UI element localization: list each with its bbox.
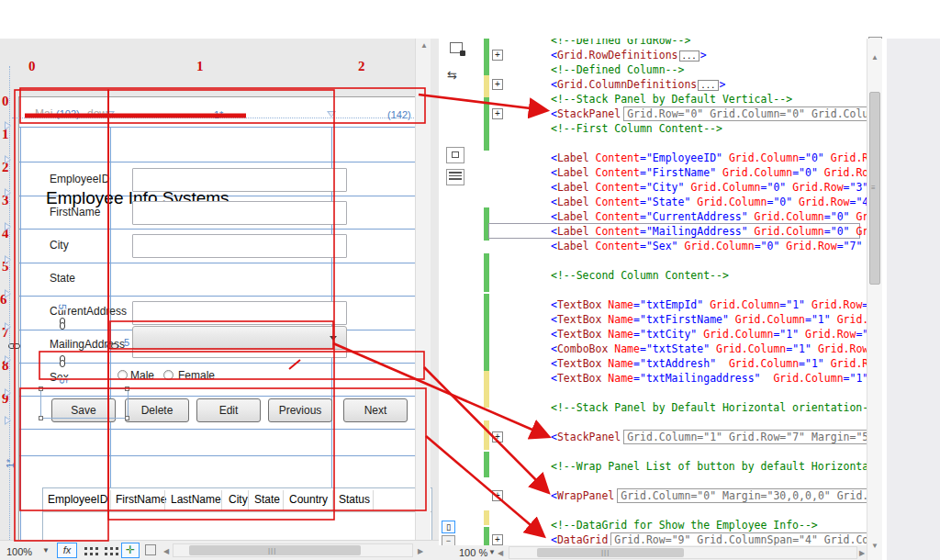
scrollbar-thumb[interactable] <box>537 548 684 557</box>
selection-handle[interactable] <box>125 386 129 391</box>
scroll-up-icon[interactable]: ▲ <box>871 53 878 62</box>
code-line[interactable]: <TextBox Name="txtFirstName" Grid.Column… <box>481 312 867 327</box>
design-view-tab[interactable] <box>446 147 464 163</box>
row-splitter-handle[interactable] <box>5 322 11 331</box>
column-splitter-handle[interactable] <box>327 111 336 118</box>
next-button[interactable]: Next <box>343 398 408 422</box>
code-text[interactable]: <!--Defined GridRow--><Grid.RowDefinitio… <box>481 39 867 547</box>
code-token[interactable]: ... <box>679 50 699 62</box>
code-line[interactable]: <!--DataGrid for Show the Employee Info-… <box>481 518 867 532</box>
xaml-editor[interactable]: ++++++ <!--Defined GridRow--><Grid.RowDe… <box>481 39 867 560</box>
chevron-down-icon[interactable]: ▼ <box>488 548 496 556</box>
code-line[interactable]: <WrapPanelGrid.Column="0" Margin="30,0,0… <box>481 488 867 503</box>
column-splitter-handle[interactable] <box>106 111 115 118</box>
scroll-left-icon[interactable]: ◀ <box>498 549 503 557</box>
design-artboard[interactable]: Mai (102) dow 1* (142) Employee Info Sys… <box>18 96 428 557</box>
radio-female[interactable] <box>163 370 173 380</box>
editor-zoom-value[interactable]: 100 % <box>459 547 487 558</box>
form-textbox[interactable] <box>132 168 347 192</box>
code-line[interactable]: <!--Second Column Content--> <box>481 268 867 283</box>
code-line[interactable] <box>481 415 867 430</box>
row-splitter-handle[interactable] <box>5 222 11 231</box>
form-textbox[interactable] <box>132 234 347 258</box>
datagrid-column-status[interactable]: Status <box>339 493 370 506</box>
collapsed-region[interactable]: Grid.Row="0" Grid.Column="0" Grid.Colu <box>623 106 867 121</box>
code-line[interactable]: <Label Content="City" Grid.Column="0" Gr… <box>481 180 867 195</box>
code-line[interactable]: <Grid.ColumnDefinitions...> <box>481 77 867 92</box>
state-combobox[interactable] <box>132 326 347 350</box>
editor-vertical-scrollbar[interactable]: ▲ ≡ ▼ <box>867 39 882 560</box>
datagrid-column-firstname[interactable]: FirstName <box>116 493 166 506</box>
snap-to-grid-icon[interactable] <box>105 547 107 550</box>
code-line[interactable]: <StackPanelGrid.Row="0" Grid.Column="0" … <box>481 106 867 121</box>
row-splitter-handle[interactable] <box>5 416 11 425</box>
code-line[interactable]: <Grid.RowDefinitions...> <box>481 48 867 62</box>
form-textbox[interactable] <box>132 201 347 225</box>
selection-handle[interactable] <box>39 416 43 420</box>
radio-male[interactable] <box>118 370 128 380</box>
xaml-view-tab[interactable] <box>446 169 464 185</box>
datagrid-column-city[interactable]: City <box>229 493 248 506</box>
scroll-right-icon[interactable]: ▶ <box>859 549 865 557</box>
code-line[interactable]: <Label Content="EmployeeID" Grid.Column=… <box>481 151 867 165</box>
code-line[interactable]: <StackPanelGrid.Column="1" Grid.Row="7" … <box>481 430 867 444</box>
code-line[interactable]: <TextBox Name="txtEmpId" Grid.Column="1"… <box>481 297 867 312</box>
row-splitter-handle[interactable] <box>5 155 11 164</box>
code-line[interactable] <box>481 253 867 268</box>
datagrid-column-employeeid[interactable]: EmployeeID <box>48 493 107 506</box>
code-line[interactable]: <TextBox Name="txtMailingaddress" Grid.C… <box>481 371 867 386</box>
code-line[interactable]: <Label Content="MailingAddress" Grid.Col… <box>481 224 867 239</box>
row-splitter-handle[interactable] <box>5 188 11 197</box>
code-line[interactable]: <Label Content="Sex" Grid.Column="0" Gri… <box>481 239 867 253</box>
code-line[interactable]: <!--Stack Panel by Default Horizontal or… <box>481 400 867 415</box>
scroll-up-icon[interactable]: ▲ <box>420 41 428 50</box>
code-line[interactable]: <!--First Column Content--> <box>481 121 867 136</box>
snaplines-toggle-button[interactable]: ✛ <box>121 543 140 558</box>
code-line[interactable]: <ComboBox Name="txtState" Grid.Column="1… <box>481 342 867 356</box>
row-splitter-handle[interactable] <box>5 355 11 364</box>
row-splitter-handle[interactable] <box>5 121 11 130</box>
collapsed-region[interactable]: Grid.Column="1" Grid.Row="7" Margin="5 <box>623 430 867 444</box>
scroll-left-icon[interactable]: ◀ <box>163 547 169 555</box>
selection-handle[interactable] <box>39 386 43 391</box>
code-line[interactable]: <!--Defined Column--> <box>481 62 867 77</box>
code-line[interactable]: <!--Wrap Panel List of button by default… <box>481 459 867 474</box>
datagrid-column-lastname[interactable]: LastName <box>171 493 221 506</box>
bottom-margin-chain-icon[interactable] <box>60 355 65 364</box>
datagrid-column-state[interactable]: State <box>254 493 280 506</box>
form-textbox[interactable] <box>132 301 347 325</box>
designer-horizontal-scrollbar[interactable]: ||| <box>173 543 413 557</box>
row-splitter-handle[interactable] <box>5 255 11 264</box>
designer-zoom-value[interactable]: 100% <box>6 546 32 557</box>
previous-button[interactable]: Previous <box>268 398 332 422</box>
selection-rect-mailingaddress[interactable] <box>40 388 129 419</box>
code-line[interactable]: <Label Content="State" Grid.Column="0" G… <box>481 195 867 209</box>
code-line[interactable] <box>481 136 867 151</box>
edit-button[interactable]: Edit <box>196 398 261 422</box>
delete-button[interactable]: Delete <box>125 398 189 422</box>
code-line[interactable] <box>481 503 867 518</box>
designer-xaml-splitter[interactable] <box>439 39 481 560</box>
vertical-split-button[interactable]: ▯ <box>442 521 455 533</box>
editor-horizontal-scrollbar[interactable]: ||| <box>509 546 857 559</box>
artboard-background-toggle[interactable] <box>145 544 156 555</box>
selection-handle[interactable] <box>125 416 129 420</box>
right-margin-chain-icon[interactable] <box>106 336 116 353</box>
code-token[interactable]: ... <box>698 80 718 91</box>
collapsed-region[interactable]: Grid.Column="0" Margin="30,0,0,0" Grid. <box>617 488 867 503</box>
code-line[interactable] <box>481 386 867 400</box>
code-line[interactable]: <Label Content="CurrentAddress" Grid.Col… <box>481 209 867 224</box>
code-line[interactable] <box>481 444 867 459</box>
scroll-right-icon[interactable]: ▶ <box>418 547 423 555</box>
code-line[interactable]: <!--Defined GridRow--> <box>481 39 867 48</box>
swap-panes-icon[interactable] <box>450 42 463 53</box>
show-snap-grid-icon[interactable] <box>84 547 87 550</box>
code-line[interactable]: <TextBox Name="txtAddresh" Grid.Column="… <box>481 356 867 371</box>
top-margin-chain-icon[interactable] <box>60 318 65 327</box>
code-line[interactable]: <TextBox Name="txtCity" Grid.Column="1" … <box>481 327 867 342</box>
datagrid-column-country[interactable]: Country <box>289 493 328 506</box>
chevron-down-icon[interactable]: ▼ <box>42 546 50 554</box>
split-orientation-icon[interactable]: ⇆ <box>447 68 457 82</box>
scroll-down-icon[interactable]: ▼ <box>871 542 878 550</box>
code-line[interactable] <box>481 474 867 488</box>
